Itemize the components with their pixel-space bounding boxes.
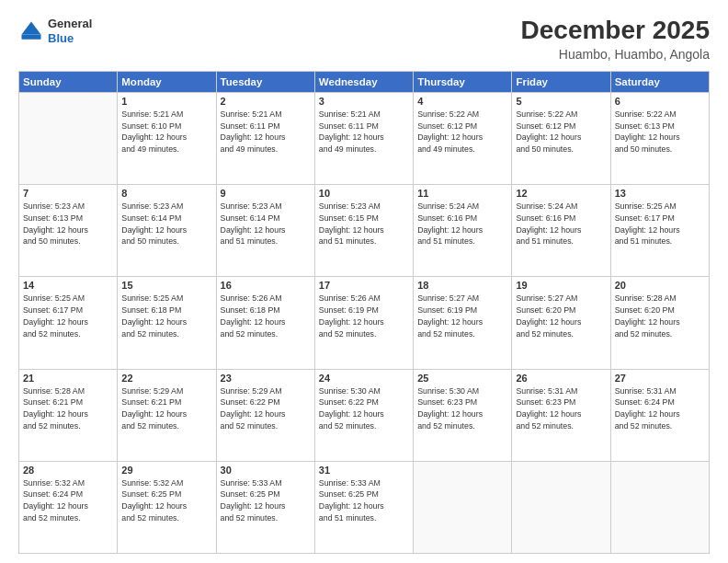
calendar-cell: 16Sunrise: 5:26 AM Sunset: 6:18 PM Dayli… <box>216 277 314 369</box>
cell-info: Sunrise: 5:25 AM Sunset: 6:17 PM Dayligh… <box>615 201 705 247</box>
calendar-cell: 11Sunrise: 5:24 AM Sunset: 6:16 PM Dayli… <box>414 185 512 277</box>
calendar-cell: 18Sunrise: 5:27 AM Sunset: 6:19 PM Dayli… <box>414 277 512 369</box>
day-number: 3 <box>319 96 409 107</box>
cell-info: Sunrise: 5:21 AM Sunset: 6:10 PM Dayligh… <box>121 109 211 155</box>
cell-info: Sunrise: 5:24 AM Sunset: 6:16 PM Dayligh… <box>417 201 507 247</box>
page: General Blue December 2025 Huambo, Huamb… <box>0 0 728 563</box>
day-header-sunday: Sunday <box>19 71 118 92</box>
location: Huambo, Huambo, Angola <box>521 47 710 62</box>
calendar-cell: 24Sunrise: 5:30 AM Sunset: 6:22 PM Dayli… <box>314 369 413 461</box>
calendar-cell: 10Sunrise: 5:23 AM Sunset: 6:15 PM Dayli… <box>314 185 413 277</box>
calendar-cell: 12Sunrise: 5:24 AM Sunset: 6:16 PM Dayli… <box>512 185 610 277</box>
calendar-week-3: 14Sunrise: 5:25 AM Sunset: 6:17 PM Dayli… <box>19 277 710 369</box>
calendar-cell: 4Sunrise: 5:22 AM Sunset: 6:12 PM Daylig… <box>414 92 512 184</box>
day-number: 8 <box>121 188 211 199</box>
cell-info: Sunrise: 5:32 AM Sunset: 6:24 PM Dayligh… <box>23 477 113 524</box>
day-number: 28 <box>23 465 113 476</box>
calendar-cell: 22Sunrise: 5:29 AM Sunset: 6:21 PM Dayli… <box>118 369 216 461</box>
calendar-cell: 28Sunrise: 5:32 AM Sunset: 6:24 PM Dayli… <box>19 461 118 553</box>
day-number: 20 <box>615 280 705 291</box>
day-number: 16 <box>221 280 311 291</box>
cell-info: Sunrise: 5:33 AM Sunset: 6:25 PM Dayligh… <box>221 477 311 524</box>
day-number: 9 <box>221 188 311 199</box>
cell-info: Sunrise: 5:30 AM Sunset: 6:22 PM Dayligh… <box>319 385 409 432</box>
calendar-cell: 13Sunrise: 5:25 AM Sunset: 6:17 PM Dayli… <box>610 185 709 277</box>
calendar-cell: 17Sunrise: 5:26 AM Sunset: 6:19 PM Dayli… <box>314 277 413 369</box>
cell-info: Sunrise: 5:29 AM Sunset: 6:21 PM Dayligh… <box>121 385 211 432</box>
title-block: December 2025 Huambo, Huambo, Angola <box>521 17 710 62</box>
calendar-week-5: 28Sunrise: 5:32 AM Sunset: 6:24 PM Dayli… <box>19 461 710 553</box>
cell-info: Sunrise: 5:32 AM Sunset: 6:25 PM Dayligh… <box>121 477 211 524</box>
cell-info: Sunrise: 5:27 AM Sunset: 6:19 PM Dayligh… <box>417 293 507 339</box>
logo: General Blue <box>18 17 92 45</box>
day-header-thursday: Thursday <box>414 71 512 92</box>
calendar-cell: 7Sunrise: 5:23 AM Sunset: 6:13 PM Daylig… <box>19 185 118 277</box>
cell-info: Sunrise: 5:27 AM Sunset: 6:20 PM Dayligh… <box>516 293 606 339</box>
calendar-week-2: 7Sunrise: 5:23 AM Sunset: 6:13 PM Daylig… <box>19 185 710 277</box>
day-number: 18 <box>417 280 507 291</box>
calendar-cell: 25Sunrise: 5:30 AM Sunset: 6:23 PM Dayli… <box>414 369 512 461</box>
cell-info: Sunrise: 5:22 AM Sunset: 6:13 PM Dayligh… <box>615 109 705 155</box>
svg-rect-1 <box>22 34 41 39</box>
day-number: 25 <box>417 373 507 384</box>
calendar-cell: 5Sunrise: 5:22 AM Sunset: 6:12 PM Daylig… <box>512 92 610 184</box>
logo-text: General Blue <box>48 17 92 45</box>
cell-info: Sunrise: 5:26 AM Sunset: 6:18 PM Dayligh… <box>221 293 311 339</box>
calendar-cell: 3Sunrise: 5:21 AM Sunset: 6:11 PM Daylig… <box>314 92 413 184</box>
calendar-cell: 29Sunrise: 5:32 AM Sunset: 6:25 PM Dayli… <box>118 461 216 553</box>
day-header-saturday: Saturday <box>610 71 709 92</box>
day-number: 10 <box>319 188 409 199</box>
calendar-cell <box>512 461 610 553</box>
day-number: 6 <box>615 96 705 107</box>
calendar-cell: 23Sunrise: 5:29 AM Sunset: 6:22 PM Dayli… <box>216 369 314 461</box>
cell-info: Sunrise: 5:33 AM Sunset: 6:25 PM Dayligh… <box>319 477 409 524</box>
cell-info: Sunrise: 5:22 AM Sunset: 6:12 PM Dayligh… <box>516 109 606 155</box>
day-header-tuesday: Tuesday <box>216 71 314 92</box>
day-number: 7 <box>23 188 113 199</box>
cell-info: Sunrise: 5:24 AM Sunset: 6:16 PM Dayligh… <box>516 201 606 247</box>
day-header-monday: Monday <box>118 71 216 92</box>
day-number: 30 <box>221 465 311 476</box>
cell-info: Sunrise: 5:22 AM Sunset: 6:12 PM Dayligh… <box>417 109 507 155</box>
calendar-cell: 14Sunrise: 5:25 AM Sunset: 6:17 PM Dayli… <box>19 277 118 369</box>
day-number: 5 <box>516 96 606 107</box>
calendar-cell <box>19 92 118 184</box>
cell-info: Sunrise: 5:23 AM Sunset: 6:15 PM Dayligh… <box>319 201 409 247</box>
calendar-table: SundayMondayTuesdayWednesdayThursdayFrid… <box>18 71 710 554</box>
cell-info: Sunrise: 5:25 AM Sunset: 6:18 PM Dayligh… <box>121 293 211 339</box>
calendar-cell: 27Sunrise: 5:31 AM Sunset: 6:24 PM Dayli… <box>610 369 709 461</box>
day-header-wednesday: Wednesday <box>314 71 413 92</box>
cell-info: Sunrise: 5:23 AM Sunset: 6:14 PM Dayligh… <box>121 201 211 247</box>
logo-icon <box>18 18 44 44</box>
calendar-week-4: 21Sunrise: 5:28 AM Sunset: 6:21 PM Dayli… <box>19 369 710 461</box>
calendar-week-1: 1Sunrise: 5:21 AM Sunset: 6:10 PM Daylig… <box>19 92 710 184</box>
day-number: 31 <box>319 465 409 476</box>
month-title: December 2025 <box>521 17 710 45</box>
calendar-cell: 20Sunrise: 5:28 AM Sunset: 6:20 PM Dayli… <box>610 277 709 369</box>
day-number: 27 <box>615 373 705 384</box>
day-number: 19 <box>516 280 606 291</box>
cell-info: Sunrise: 5:29 AM Sunset: 6:22 PM Dayligh… <box>221 385 311 432</box>
day-number: 15 <box>121 280 211 291</box>
header: General Blue December 2025 Huambo, Huamb… <box>18 17 710 62</box>
calendar-cell: 19Sunrise: 5:27 AM Sunset: 6:20 PM Dayli… <box>512 277 610 369</box>
day-number: 4 <box>417 96 507 107</box>
day-number: 22 <box>121 373 211 384</box>
calendar-cell: 21Sunrise: 5:28 AM Sunset: 6:21 PM Dayli… <box>19 369 118 461</box>
day-number: 14 <box>23 280 113 291</box>
day-number: 24 <box>319 373 409 384</box>
day-number: 11 <box>417 188 507 199</box>
day-number: 1 <box>121 96 211 107</box>
day-number: 13 <box>615 188 705 199</box>
cell-info: Sunrise: 5:21 AM Sunset: 6:11 PM Dayligh… <box>221 109 311 155</box>
day-number: 17 <box>319 280 409 291</box>
logo-blue: Blue <box>48 31 92 46</box>
cell-info: Sunrise: 5:23 AM Sunset: 6:14 PM Dayligh… <box>221 201 311 247</box>
day-number: 21 <box>23 373 113 384</box>
cell-info: Sunrise: 5:25 AM Sunset: 6:17 PM Dayligh… <box>23 293 113 339</box>
svg-marker-0 <box>22 21 41 34</box>
cell-info: Sunrise: 5:28 AM Sunset: 6:21 PM Dayligh… <box>23 385 113 432</box>
cell-info: Sunrise: 5:23 AM Sunset: 6:13 PM Dayligh… <box>23 201 113 247</box>
day-number: 2 <box>221 96 311 107</box>
calendar-header-row: SundayMondayTuesdayWednesdayThursdayFrid… <box>19 71 710 92</box>
